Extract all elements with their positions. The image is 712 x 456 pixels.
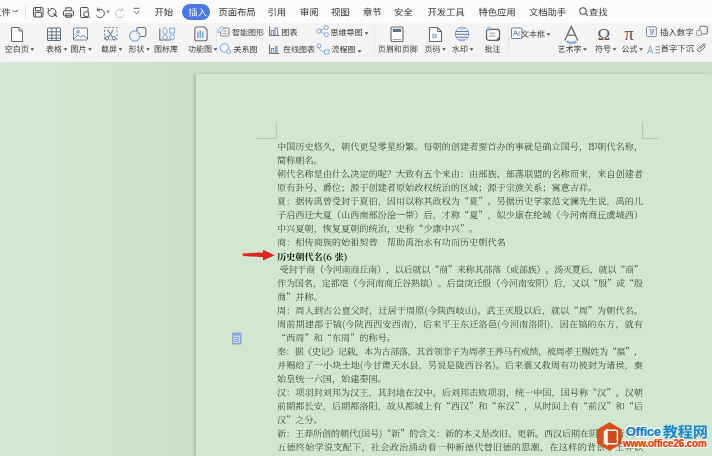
svg-text:π: π xyxy=(625,24,634,44)
svg-text:www.office26.com: www.office26.com xyxy=(622,438,707,449)
svg-text:Ω: Ω xyxy=(598,25,611,44)
